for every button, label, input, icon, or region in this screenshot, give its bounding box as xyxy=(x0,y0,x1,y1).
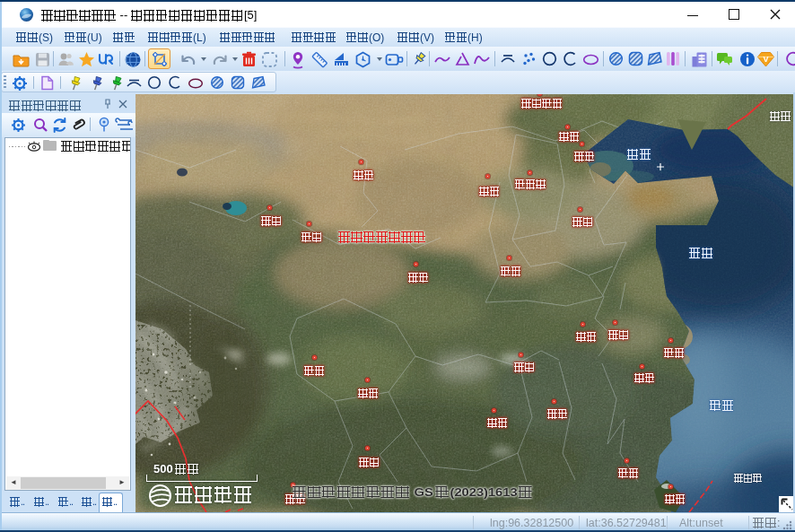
svg-text:V: V xyxy=(763,55,768,64)
